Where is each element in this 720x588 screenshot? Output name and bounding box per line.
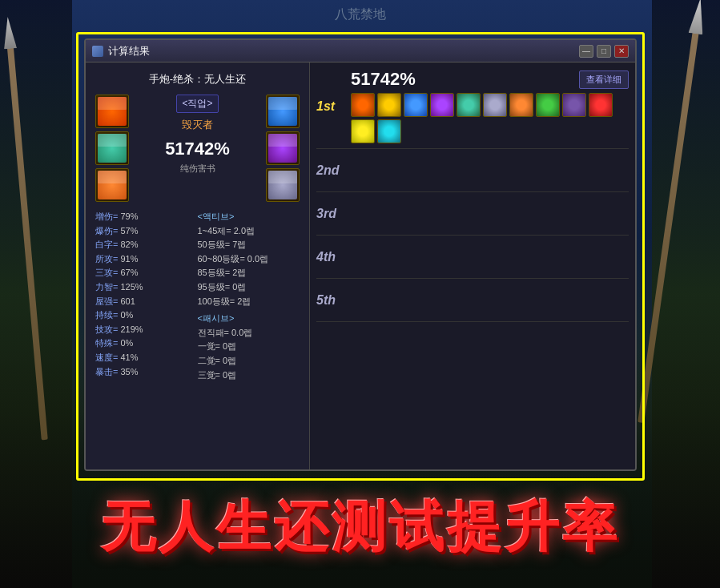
equip-slot-4 <box>266 95 300 128</box>
stat-row-7: 屋强= 601 <box>95 295 198 309</box>
active-5: 95등级= 0렙 <box>198 280 300 295</box>
detail-button-1st[interactable]: 查看详细 <box>579 70 629 89</box>
stat-row-6: 力智= 125% <box>95 280 198 295</box>
equipment-area: <직업> 毁灭者 51742% 纯伤害书 <box>95 95 300 202</box>
passive-1: 전직패= 0.0렙 <box>198 326 300 340</box>
rank-icon-7 <box>509 93 533 117</box>
rank-icons-1st <box>351 93 629 143</box>
equip-slot-1 <box>95 95 129 128</box>
equip-slot-2 <box>95 131 129 165</box>
stat-row-10: 特殊= 0% <box>95 336 198 351</box>
equip-icon-fire <box>98 97 127 126</box>
equip-icon-orange <box>98 171 127 199</box>
rank-label-2nd: 2nd <box>316 163 344 178</box>
stat-row-1: 增伤= 79% <box>95 210 198 224</box>
equip-slot-5 <box>266 131 300 165</box>
title-bar-content: 计算结果 <box>92 44 150 58</box>
equip-column-left <box>95 95 129 202</box>
title-controls: — □ ✕ <box>579 45 629 58</box>
rank-icon-2 <box>377 93 401 117</box>
rank-icon-6 <box>483 93 507 117</box>
dialog-box: 计算结果 — □ ✕ 手炮-绝杀：无人生还 <box>84 38 637 471</box>
active-1: 1~45제= 2.0렙 <box>198 224 300 239</box>
passive-2: 一觉= 0렙 <box>198 340 300 354</box>
rank-icon-4 <box>430 93 454 117</box>
stat-row-3: 白字= 82% <box>95 238 198 252</box>
rank-content-1st: 51742% 查看详细 <box>351 69 629 143</box>
job-label: <직업> <box>176 95 218 113</box>
stat-row-11: 速度= 41% <box>95 351 198 365</box>
equip-column-right <box>266 95 300 202</box>
rank-label-5th: 5th <box>316 293 344 308</box>
bottom-title: 无人生还测试提升率 <box>0 491 720 564</box>
rank-icon-8 <box>536 93 560 117</box>
bottom-text-area: 无人生还测试提升率 <box>0 491 720 564</box>
background-title: 八荒禁地 <box>0 6 720 23</box>
stat-row-4: 所攻= 91% <box>95 252 198 267</box>
stat-row-12: 暴击= 35% <box>95 365 198 380</box>
passive-3: 二觉= 0렙 <box>198 354 300 369</box>
bg-title-text: 八荒禁地 <box>335 7 386 21</box>
dialog-content: 手炮-绝杀：无人生还 <직업> <box>86 62 635 469</box>
passive-label: <패시브> <box>198 312 300 326</box>
rank-row-1st: 1st 51742% 查看详细 <box>316 69 629 149</box>
rank-icon-1 <box>351 93 375 117</box>
equip-icon-blue <box>268 97 297 126</box>
passive-4: 三觉= 0렙 <box>198 369 300 383</box>
stat-row-2: 爆伤= 57% <box>95 224 198 239</box>
rank-label-1st: 1st <box>316 99 344 114</box>
stats-area: 增伤= 79% 爆伤= 57% 白字= 82% 所攻= 91% 三攻= 67% … <box>95 210 300 382</box>
active-label: <액티브> <box>198 210 300 224</box>
equip-icon-teal <box>98 134 127 163</box>
maximize-button[interactable]: □ <box>597 45 611 58</box>
rank-icon-12 <box>377 119 401 143</box>
active-4: 85등级= 2렙 <box>198 266 300 280</box>
job-name: 毁灭者 <box>182 118 213 132</box>
close-button[interactable]: ✕ <box>614 45 629 58</box>
title-icon <box>92 46 103 57</box>
damage-value: 51742% <box>165 139 230 159</box>
rank-row-4th: 4th <box>316 240 629 279</box>
rank-icon-9 <box>562 93 586 117</box>
rank-icon-5 <box>457 93 481 117</box>
rank-icon-3 <box>404 93 428 117</box>
right-panel: 1st 51742% 查看详细 <box>310 62 635 469</box>
equip-icon-purple <box>268 134 297 163</box>
active-3: 60~80등级= 0.0렙 <box>198 252 300 267</box>
rank-icon-10 <box>589 93 613 117</box>
active-2: 50등级= 7렙 <box>198 238 300 252</box>
damage-label: 纯伤害书 <box>180 163 215 175</box>
weapon-title: 手炮-绝杀：无人生还 <box>95 72 300 87</box>
minimize-button[interactable]: — <box>579 45 593 58</box>
active-6: 100등级= 2렙 <box>198 295 300 309</box>
stat-row-9: 技攻= 219% <box>95 323 198 337</box>
rank-row-5th: 5th <box>316 284 629 322</box>
stats-col-right: <액티브> 1~45제= 2.0렙 50등级= 7렙 60~80등级= 0.0렙… <box>198 210 300 382</box>
left-panel: 手炮-绝杀：无人生还 <직업> <box>86 62 310 469</box>
equip-slot-6 <box>266 168 300 202</box>
rank-icon-11 <box>351 119 375 143</box>
rank-row-3rd: 3rd <box>316 197 629 236</box>
stat-row-5: 三攻= 67% <box>95 266 198 280</box>
equip-slot-3 <box>95 168 129 202</box>
rank-percent-1st: 51742% <box>351 69 416 90</box>
dialog-title: 计算结果 <box>108 44 150 58</box>
rank-row-2nd: 2nd <box>316 154 629 192</box>
title-bar: 计算结果 — □ ✕ <box>86 40 635 62</box>
equip-icon-silver <box>268 171 297 199</box>
rank-label-3rd: 3rd <box>316 207 344 221</box>
equip-center: <직업> 毁灭者 51742% 纯伤害书 <box>134 95 261 175</box>
rank-label-4th: 4th <box>316 250 344 264</box>
stat-row-8: 持续= 0% <box>95 308 198 323</box>
stats-col-left: 增伤= 79% 爆伤= 57% 白字= 82% 所攻= 91% 三攻= 67% … <box>95 210 198 382</box>
